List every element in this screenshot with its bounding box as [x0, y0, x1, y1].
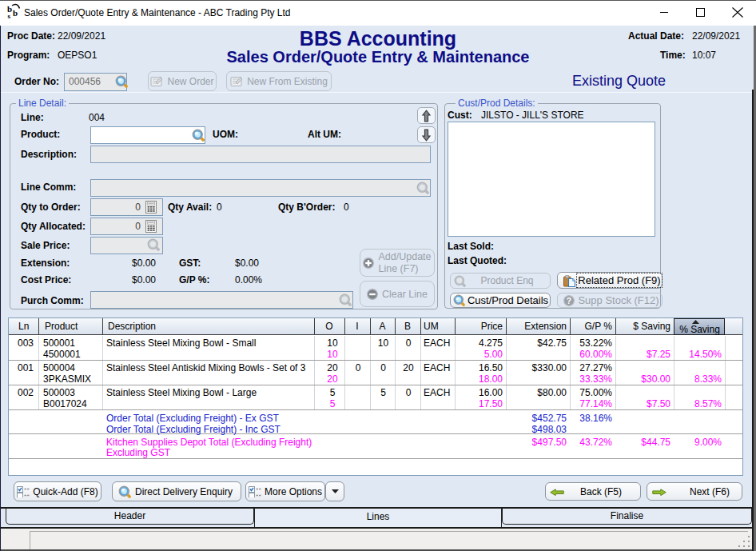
svg-text:b: b — [13, 8, 18, 18]
svg-text:s: s — [8, 12, 11, 20]
